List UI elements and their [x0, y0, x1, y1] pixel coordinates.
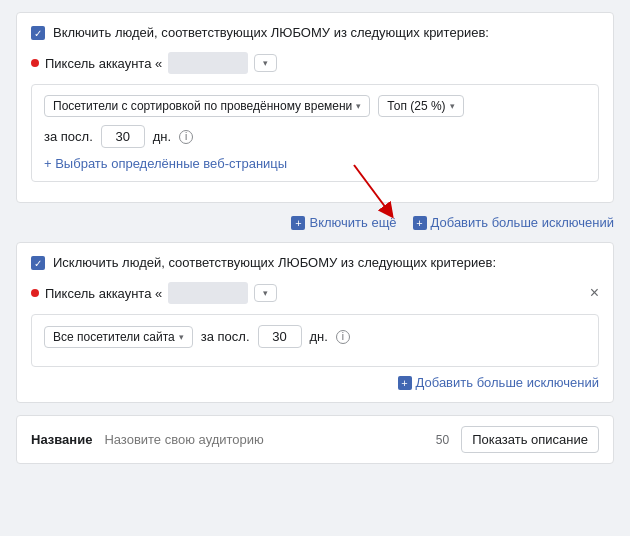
include-header: Включить людей, соответствующих ЛЮБОМУ и…: [31, 25, 599, 40]
exclude-pixel-dropdown-arrow: ▾: [263, 288, 268, 298]
exclude-days-input[interactable]: [258, 325, 302, 348]
exclude-days-prefix: за посл.: [201, 329, 250, 344]
exclude-pixel-row-header: Пиксель аккаунта « ▾ ×: [31, 282, 599, 304]
exclude-section: Исключить людей, соответствующих ЛЮБОМУ …: [16, 242, 614, 403]
show-description-label: Показать описание: [472, 432, 588, 447]
include-red-dot: [31, 59, 39, 67]
exclude-days-suffix: дн.: [310, 329, 328, 344]
exclude-pixel-value: [168, 282, 248, 304]
add-exceptions-label: Добавить больше исключений: [431, 215, 614, 230]
exclude-inner-box: Все посетители сайта ▾ за посл. дн. i: [31, 314, 599, 367]
show-description-btn[interactable]: Показать описание: [461, 426, 599, 453]
include-inner-box: Посетители с сортировкой по проведённому…: [31, 84, 599, 182]
name-input[interactable]: [104, 432, 423, 447]
visitors-sort-arrow: ▾: [356, 101, 361, 111]
top-percent-label: Топ (25 %): [387, 99, 445, 113]
include-header-text: Включить людей, соответствующих ЛЮБОМУ и…: [53, 25, 489, 40]
include-pixel-dropdown[interactable]: ▾: [254, 54, 277, 72]
top-percent-arrow: ▾: [450, 101, 455, 111]
visitors-sort-dropdown[interactable]: Посетители с сортировкой по проведённому…: [44, 95, 370, 117]
visitors-sort-label: Посетители с сортировкой по проведённому…: [53, 99, 352, 113]
add-exceptions-link[interactable]: Добавить больше исключений: [413, 215, 614, 230]
add-pages-link[interactable]: + Выбрать определённые веб-страницы: [44, 156, 287, 171]
add-exceptions-icon: [413, 216, 427, 230]
exclude-pixel-dropdown[interactable]: ▾: [254, 284, 277, 302]
include-section: Включить людей, соответствующих ЛЮБОМУ и…: [16, 12, 614, 203]
exclude-visitors-row: Все посетители сайта ▾ за посл. дн. i: [44, 325, 586, 348]
exclude-pixel-label: Пиксель аккаунта «: [45, 286, 162, 301]
include-days-row: за посл. дн. i: [44, 125, 586, 148]
all-visitors-dropdown[interactable]: Все посетители сайта ▾: [44, 326, 193, 348]
include-more-icon: [291, 216, 305, 230]
include-more-link[interactable]: Включить ещё: [291, 215, 396, 230]
include-days-prefix: за посл.: [44, 129, 93, 144]
char-count: 50: [436, 433, 449, 447]
name-label: Название: [31, 432, 92, 447]
add-pages-row: + Выбрать определённые веб-страницы: [44, 156, 586, 171]
name-row: Название 50 Показать описание: [16, 415, 614, 464]
exclude-header-text: Исключить людей, соответствующих ЛЮБОМУ …: [53, 255, 496, 270]
include-pixel-dropdown-arrow: ▾: [263, 58, 268, 68]
include-checkbox-icon[interactable]: [31, 26, 45, 40]
actions-row: Включить ещё Добавить больше исключений: [16, 215, 614, 230]
top-percent-dropdown[interactable]: Топ (25 %) ▾: [378, 95, 463, 117]
include-more-label: Включить ещё: [309, 215, 396, 230]
exclude-header: Исключить людей, соответствующих ЛЮБОМУ …: [31, 255, 599, 270]
all-visitors-label: Все посетители сайта: [53, 330, 175, 344]
exclude-checkbox-icon[interactable]: [31, 256, 45, 270]
exclude-pixel-row-left: Пиксель аккаунта « ▾: [31, 282, 277, 304]
include-pixel-label: Пиксель аккаунта «: [45, 56, 162, 71]
include-visitors-row: Посетители с сортировкой по проведённому…: [44, 95, 586, 117]
add-pages-label: + Выбрать определённые веб-страницы: [44, 156, 287, 171]
include-pixel-value: [168, 52, 248, 74]
exclude-red-dot: [31, 289, 39, 297]
exclude-add-exceptions-link[interactable]: Добавить больше исключений: [398, 375, 599, 390]
exclude-days-info-icon[interactable]: i: [336, 330, 350, 344]
all-visitors-arrow: ▾: [179, 332, 184, 342]
exclude-add-exceptions-icon: [398, 376, 412, 390]
include-days-input[interactable]: [101, 125, 145, 148]
exclude-add-exceptions-label: Добавить больше исключений: [416, 375, 599, 390]
include-days-suffix: дн.: [153, 129, 171, 144]
include-days-info-icon[interactable]: i: [179, 130, 193, 144]
include-pixel-row: Пиксель аккаунта « ▾: [31, 52, 599, 74]
exclude-close-btn[interactable]: ×: [590, 285, 599, 301]
